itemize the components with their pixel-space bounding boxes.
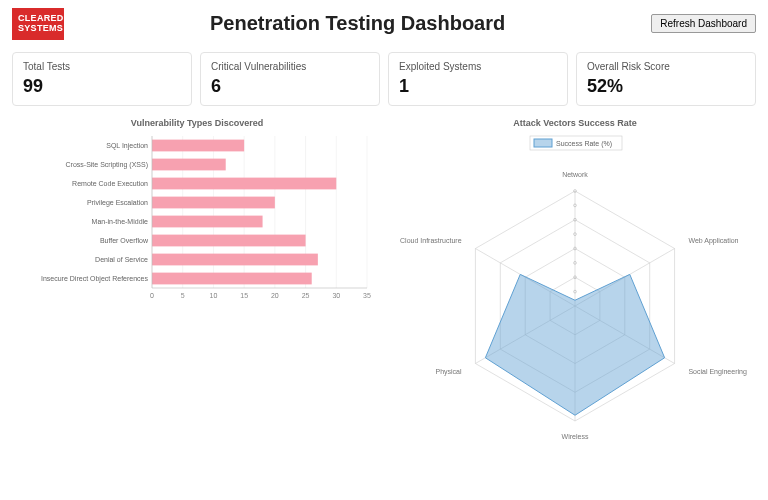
svg-text:Cloud Infrastructure: Cloud Infrastructure — [400, 236, 462, 243]
svg-text:Social Engineering: Social Engineering — [688, 367, 746, 375]
svg-text:0: 0 — [150, 292, 154, 299]
svg-text:15: 15 — [240, 292, 248, 299]
bar-chart: 05101520253035SQL InjectionCross-Site Sc… — [12, 130, 382, 310]
svg-text:Remote Code Execution: Remote Code Execution — [72, 180, 148, 187]
svg-text:Success Rate (%): Success Rate (%) — [556, 140, 612, 148]
logo-line2: SYSTEMS — [18, 24, 58, 34]
svg-text:Man-in-the-Middle: Man-in-the-Middle — [92, 218, 149, 225]
svg-text:Wireless: Wireless — [562, 433, 589, 440]
svg-text:30: 30 — [332, 292, 340, 299]
svg-text:Network: Network — [562, 171, 588, 178]
card-total-tests: Total Tests 99 — [12, 52, 192, 106]
svg-rect-18 — [152, 158, 226, 170]
bar-chart-title: Vulnerability Types Discovered — [12, 118, 382, 128]
svg-rect-28 — [152, 253, 318, 265]
svg-text:20: 20 — [271, 292, 279, 299]
svg-rect-30 — [152, 272, 312, 284]
svg-text:Insecure Direct Object Referen: Insecure Direct Object References — [41, 275, 148, 283]
card-label: Exploited Systems — [399, 61, 557, 72]
svg-text:SQL Injection: SQL Injection — [106, 142, 148, 150]
page-title: Penetration Testing Dashboard — [76, 12, 639, 35]
svg-text:25: 25 — [302, 292, 310, 299]
summary-cards: Total Tests 99 Critical Vulnerabilities … — [0, 48, 768, 114]
radar-chart-title: Attack Vectors Success Rate — [390, 118, 760, 128]
card-label: Overall Risk Score — [587, 61, 745, 72]
bar-chart-panel: Vulnerability Types Discovered 051015202… — [12, 114, 382, 470]
card-risk-score: Overall Risk Score 52% — [576, 52, 756, 106]
card-label: Critical Vulnerabilities — [211, 61, 369, 72]
svg-text:Buffer Overflow: Buffer Overflow — [100, 237, 149, 244]
svg-text:35: 35 — [363, 292, 371, 299]
card-value: 1 — [399, 76, 557, 97]
svg-text:Physical: Physical — [435, 367, 462, 375]
refresh-button[interactable]: Refresh Dashboard — [651, 14, 756, 33]
card-label: Total Tests — [23, 61, 181, 72]
card-critical-vulns: Critical Vulnerabilities 6 — [200, 52, 380, 106]
svg-rect-55 — [534, 139, 552, 147]
svg-rect-24 — [152, 215, 263, 227]
svg-text:5: 5 — [181, 292, 185, 299]
card-value: 6 — [211, 76, 369, 97]
svg-rect-20 — [152, 177, 336, 189]
card-exploited-systems: Exploited Systems 1 — [388, 52, 568, 106]
brand-logo: CLEARED SYSTEMS — [12, 8, 64, 40]
svg-rect-26 — [152, 234, 306, 246]
card-value: 52% — [587, 76, 745, 97]
card-value: 99 — [23, 76, 181, 97]
svg-text:10: 10 — [210, 292, 218, 299]
svg-text:Denial of Service: Denial of Service — [95, 256, 148, 263]
radar-chart: NetworkWeb ApplicationSocial Engineering… — [390, 130, 760, 470]
svg-text:Web Application: Web Application — [688, 236, 738, 244]
radar-chart-panel: Attack Vectors Success Rate NetworkWeb A… — [390, 114, 760, 470]
svg-rect-22 — [152, 196, 275, 208]
svg-rect-16 — [152, 139, 244, 151]
svg-text:Privilege Escalation: Privilege Escalation — [87, 199, 148, 207]
svg-text:Cross-Site Scripting (XSS): Cross-Site Scripting (XSS) — [66, 161, 148, 169]
